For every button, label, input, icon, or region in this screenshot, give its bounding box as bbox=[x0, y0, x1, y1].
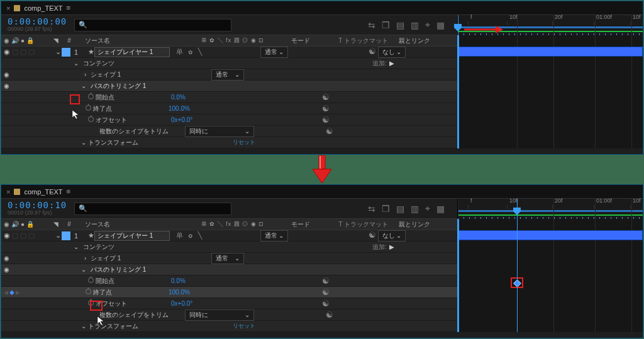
trimpath-row[interactable]: ◉ ⌄ パスのトリミング 1 bbox=[1, 81, 457, 92]
stopwatch-icon[interactable] bbox=[86, 105, 91, 111]
blend-mode-select[interactable]: 通常 ⌄ bbox=[260, 47, 288, 58]
label-color[interactable] bbox=[62, 231, 70, 240]
timeline-area[interactable]: f10f20f01:00f10f bbox=[457, 199, 643, 332]
panel-menu-icon[interactable]: ≡ bbox=[67, 187, 71, 196]
add-button-icon[interactable]: ▶ bbox=[389, 243, 394, 250]
twirl-layer-icon[interactable]: ⌄ bbox=[54, 48, 62, 56]
eye-icon[interactable]: ◉ bbox=[4, 48, 10, 56]
expression-spiral-icon[interactable]: ☯ bbox=[322, 287, 330, 297]
layer-switches[interactable]: 单 ✿ ╲ bbox=[170, 47, 258, 57]
start-value[interactable]: 0.0% bbox=[171, 277, 322, 284]
current-timecode[interactable]: 0:00:00:00 bbox=[8, 17, 67, 26]
shape-mode-select[interactable]: 通常 ⌄ bbox=[211, 253, 244, 264]
audio-column-icon[interactable]: 🔊 bbox=[11, 221, 19, 228]
twirl-layer-icon[interactable]: ⌄ bbox=[54, 231, 62, 240]
eye-icon[interactable]: ◉ bbox=[4, 255, 9, 262]
stopwatch-icon[interactable] bbox=[88, 300, 94, 306]
keyframe-diamond-icon[interactable]: ◆ bbox=[9, 289, 14, 296]
trimpath-row[interactable]: ◉ ⌄ パスのトリミング 1 bbox=[1, 264, 457, 275]
expression-spiral-icon[interactable]: ☯ bbox=[369, 230, 376, 240]
expression-spiral-icon[interactable]: ☯ bbox=[322, 115, 330, 125]
reset-link[interactable]: リセット bbox=[233, 322, 255, 330]
shy-column-icon[interactable]: ◥ bbox=[53, 221, 58, 228]
parent-select[interactable]: なし ⌄ bbox=[378, 47, 406, 58]
video-column-icon[interactable]: ◉ bbox=[4, 37, 9, 44]
solo-icon[interactable]: ▢ bbox=[20, 48, 26, 56]
offset-value[interactable]: 0x+0.0° bbox=[171, 300, 322, 307]
layer-bar[interactable] bbox=[458, 230, 643, 240]
current-timecode[interactable]: 0:00:00:10 bbox=[8, 201, 67, 210]
lock-icon[interactable]: ▢ bbox=[28, 231, 35, 240]
trimmulti-select[interactable]: 同時に ⌄ bbox=[185, 309, 254, 321]
solo-column-icon[interactable]: ● bbox=[21, 37, 25, 44]
source-name-column[interactable]: ソース名 bbox=[82, 220, 201, 229]
blend-mode-select[interactable]: 通常 ⌄ bbox=[260, 230, 288, 242]
layer-row[interactable]: ◉ ▢ ▢ ▢ ⌄ 1 ★ シェイプレイヤー 1 单 ✿ ╲ 通常 ⌄ ☯ なし… bbox=[1, 230, 457, 242]
layer-row[interactable]: ◉ ▢ ▢ ▢ ⌄ 1 ★ シェイプレイヤー 1 单 ✿ ╲ 通常 ⌄ ☯ なし… bbox=[1, 47, 457, 58]
expression-spiral-icon[interactable]: ☯ bbox=[322, 276, 330, 286]
eye-icon[interactable]: ◉ bbox=[4, 231, 10, 240]
trimmulti-select[interactable]: 同時に ⌄ bbox=[185, 126, 254, 137]
search-input[interactable]: 🔍 bbox=[74, 19, 231, 31]
twirl-trimpath-icon[interactable]: ⌄ bbox=[81, 266, 86, 273]
timeline-area[interactable]: f10f20f01:00f10f bbox=[457, 15, 643, 148]
offset-value[interactable]: 0x+0.0° bbox=[171, 116, 322, 123]
layer-name[interactable]: シェイプレイヤー 1 bbox=[94, 231, 170, 241]
lock-column-icon[interactable]: 🔒 bbox=[26, 37, 34, 44]
twirl-trimpath-icon[interactable]: ⌄ bbox=[81, 82, 86, 89]
stopwatch-icon[interactable] bbox=[88, 94, 94, 99]
expression-spiral-icon[interactable]: ☯ bbox=[322, 299, 330, 308]
work-area-start[interactable] bbox=[457, 219, 459, 332]
parent-select[interactable]: なし ⌄ bbox=[378, 230, 406, 242]
contents-row[interactable]: ⌄ コンテンツ 追加: ▶ bbox=[1, 242, 457, 253]
close-tab-icon[interactable]: × bbox=[6, 188, 10, 196]
add-button-icon[interactable]: ▶ bbox=[389, 60, 394, 67]
stopwatch-icon[interactable] bbox=[88, 277, 94, 283]
search-input[interactable]: 🔍 bbox=[74, 203, 231, 215]
end-value[interactable]: 100.0% bbox=[169, 105, 322, 112]
expression-spiral-icon[interactable]: ☯ bbox=[322, 104, 330, 113]
stopwatch-icon[interactable] bbox=[86, 289, 91, 294]
expression-spiral-icon[interactable]: ☯ bbox=[326, 310, 333, 320]
transform-row[interactable]: ⌄ トランスフォーム リセット bbox=[1, 137, 457, 148]
audio-icon[interactable]: ▢ bbox=[12, 231, 18, 240]
audio-column-icon[interactable]: 🔊 bbox=[11, 37, 19, 44]
expression-spiral-icon[interactable]: ☯ bbox=[326, 126, 333, 136]
layer-switches[interactable]: 单 ✿ ╲ bbox=[170, 231, 258, 240]
layer-name[interactable]: シェイプレイヤー 1 bbox=[94, 47, 170, 57]
lock-icon[interactable]: ▢ bbox=[28, 48, 35, 56]
comp-tab-label[interactable]: comp_TEXT bbox=[24, 188, 62, 196]
next-keyframe-icon[interactable]: ▶ bbox=[16, 289, 20, 296]
eye-icon[interactable]: ◉ bbox=[4, 266, 9, 273]
expression-spiral-icon[interactable]: ☯ bbox=[322, 92, 330, 102]
comp-tab-label[interactable]: comp_TEXT bbox=[24, 4, 62, 12]
lock-column-icon[interactable]: 🔒 bbox=[26, 221, 34, 228]
start-value[interactable]: 0.0% bbox=[171, 94, 322, 101]
contents-row[interactable]: ⌄ コンテンツ 追加: ▶ bbox=[1, 58, 457, 69]
stopwatch-icon[interactable] bbox=[88, 116, 94, 122]
layer-bar[interactable] bbox=[458, 47, 643, 57]
shy-column-icon[interactable]: ◥ bbox=[53, 37, 58, 44]
eye-icon[interactable]: ◉ bbox=[4, 82, 9, 89]
shape-row[interactable]: ◉ › シェイプ 1 通常 ⌄ bbox=[1, 69, 457, 81]
shape-row[interactable]: ◉ › シェイプ 1 通常 ⌄ bbox=[1, 253, 457, 264]
video-column-icon[interactable]: ◉ bbox=[4, 221, 9, 228]
book-icon: ▥ bbox=[411, 20, 419, 30]
reset-link[interactable]: リセット bbox=[233, 138, 255, 147]
eye-icon[interactable]: ◉ bbox=[4, 71, 9, 78]
prev-keyframe-icon[interactable]: ◀ bbox=[4, 289, 8, 296]
panel-menu-icon[interactable]: ≡ bbox=[67, 4, 71, 12]
close-tab-icon[interactable]: × bbox=[6, 4, 10, 12]
source-name-column[interactable]: ソース名 bbox=[82, 36, 201, 45]
audio-icon[interactable]: ▢ bbox=[12, 48, 18, 56]
transform-row[interactable]: ⌄ トランスフォーム リセット bbox=[1, 321, 457, 332]
shape-mode-select[interactable]: 通常 ⌄ bbox=[211, 69, 244, 81]
expression-spiral-icon[interactable]: ☯ bbox=[369, 47, 376, 56]
playhead[interactable] bbox=[517, 199, 518, 332]
time-ruler[interactable]: f10f20f01:00f10f bbox=[458, 199, 643, 219]
solo-column-icon[interactable]: ● bbox=[21, 221, 25, 228]
label-color[interactable] bbox=[62, 48, 70, 57]
solo-icon[interactable]: ▢ bbox=[20, 231, 26, 240]
playhead[interactable] bbox=[458, 15, 458, 148]
end-value[interactable]: 100.0% bbox=[169, 289, 322, 296]
